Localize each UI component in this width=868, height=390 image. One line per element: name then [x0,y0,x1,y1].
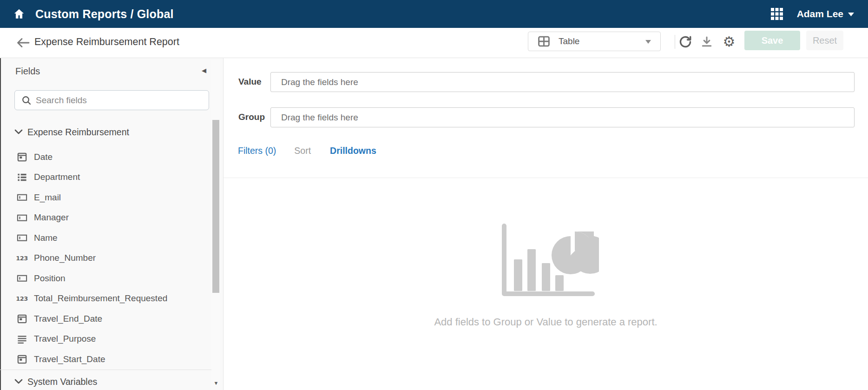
field-item-label: Name [34,233,58,243]
collapse-panel-icon[interactable]: ◀ [202,67,206,74]
chevron-down-icon [14,129,23,135]
field-item[interactable]: Date [0,147,211,167]
field-item[interactable]: Travel_Purpose [0,329,211,350]
back-arrow-icon[interactable] [16,36,31,49]
field-item-label: Travel_End_Date [34,314,102,324]
field-item[interactable]: Department [0,167,211,188]
search-fields-box [14,90,209,110]
tab-filters[interactable]: Filters (0) [238,145,276,156]
report-toolbar: Expense Reimbursement Report Table ⚙ Sav… [0,28,868,58]
main-divider [224,178,868,178]
home-icon[interactable] [12,7,26,21]
field-item[interactable]: Travel_End_Date [0,309,211,329]
calendar-icon [16,354,28,364]
sidebar-section-divider [0,370,211,370]
user-menu[interactable]: Adam Lee [797,8,854,20]
text-field-icon [16,212,28,223]
section-expense-reimbursement[interactable]: Expense Reimbursement [0,122,211,142]
view-type-dropdown[interactable]: Table [528,32,661,51]
chevron-down-icon [14,379,23,384]
search-icon [21,95,32,106]
field-list: DateDepartmentE_mailManagerName123Phone_… [0,147,211,370]
save-button[interactable]: Save [744,31,800,50]
scroll-down-arrow-icon[interactable]: ▼ [212,379,220,387]
chevron-down-icon [645,37,651,46]
text-field-icon [16,232,28,243]
field-item[interactable]: 123Total_Reimbursement_Requested [0,289,211,309]
fields-panel-title: Fields [15,66,40,77]
field-item[interactable]: Manager [0,208,211,228]
multiline-text-icon [16,334,28,344]
fields-tree: Expense Reimbursement DateDepartmentE_ma… [0,122,211,370]
section-system-variables-wrap: System Variables [0,371,211,390]
reset-button[interactable]: Reset [806,31,843,50]
view-type-selected: Table [559,36,579,46]
text-field-icon [16,273,28,284]
list-icon [16,172,28,183]
download-icon[interactable] [699,33,715,50]
refresh-icon[interactable] [677,33,693,50]
sidebar-scrollbar-thumb[interactable] [212,120,219,293]
field-item[interactable]: 123Phone_Number [0,248,211,269]
calendar-icon [16,313,28,324]
section-label: System Variables [27,377,97,387]
tab-drilldowns[interactable]: Drilldowns [330,145,376,156]
top-navbar: Custom Reports / Global Adam Lee [0,0,868,28]
builder-tabs: Filters (0) Sort Drilldowns [238,145,376,156]
field-item-label: Department [34,172,80,182]
field-item-label: Position [34,273,66,284]
field-item[interactable]: Position [0,268,211,289]
text-field-icon [16,192,28,203]
search-fields-input[interactable] [36,95,198,106]
field-item-label: Manager [34,212,69,223]
field-item-label: Phone_Number [34,253,96,263]
value-row-label: Value [238,77,262,87]
section-system-variables[interactable]: System Variables [0,371,211,390]
field-item[interactable]: Travel_Start_Date [0,349,211,370]
empty-state-message: Add fields to Group or Value to generate… [224,316,868,328]
value-dropzone[interactable] [270,72,855,92]
toolbar-divider [675,35,675,49]
chevron-down-icon [848,10,854,18]
empty-report-state: Add fields to Group or Value to generate… [224,218,868,328]
group-dropzone[interactable] [270,107,855,127]
field-item[interactable]: Name [0,228,211,248]
number-123-icon: 123 [16,255,28,262]
field-item-label: Travel_Purpose [34,334,96,344]
gear-icon[interactable]: ⚙ [721,33,737,50]
report-title: Expense Reimbursement Report [34,36,179,48]
report-builder-app: Custom Reports / Global Adam Lee Expense… [0,0,868,390]
apps-grid-icon[interactable] [770,7,784,21]
field-item-label: Total_Reimbursement_Requested [34,293,167,304]
field-item-label: E_mail [34,192,61,203]
group-row-label: Group [238,112,265,122]
bar-and-pie-chart-icon [493,218,599,303]
section-label: Expense Reimbursement [27,127,129,138]
user-name: Adam Lee [797,8,843,20]
field-item[interactable]: E_mail [0,187,211,208]
table-icon [538,36,550,47]
app-title: Custom Reports / Global [35,7,174,21]
field-item-label: Travel_Start_Date [34,354,105,364]
calendar-icon [16,152,28,162]
number-123-icon: 123 [16,295,28,302]
field-item-label: Date [34,152,53,162]
tab-sort[interactable]: Sort [294,145,311,156]
